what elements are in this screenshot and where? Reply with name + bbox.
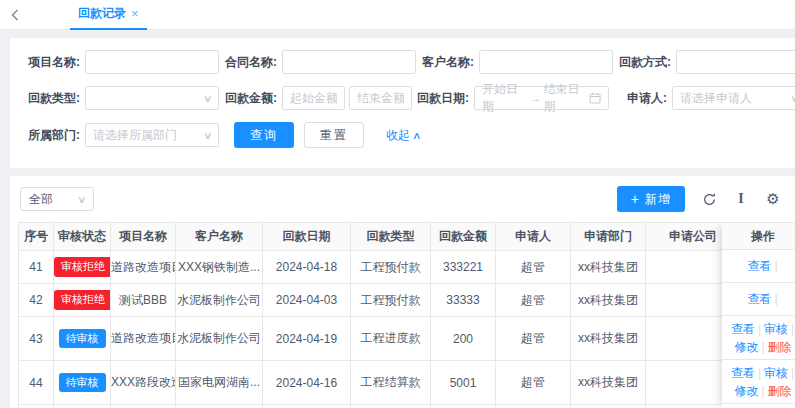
- cell-project: 道路改造项目x...: [111, 251, 176, 284]
- scope-filter-select[interactable]: 全部 ∨: [20, 187, 94, 211]
- chevron-down-icon: ∨: [77, 194, 87, 205]
- operation-cell: 查看|: [722, 250, 795, 283]
- contract-name-label: 合同名称:: [219, 54, 277, 71]
- department-select[interactable]: 请选择所属部门 ∨: [85, 123, 219, 147]
- amount-end-input[interactable]: [357, 91, 404, 105]
- header-status: 审核状态: [54, 223, 111, 251]
- tab-close-icon[interactable]: ×: [131, 6, 139, 21]
- payment-type-select[interactable]: ∨: [85, 86, 219, 110]
- cell-date: 2024-04-16: [263, 361, 351, 405]
- cell-applicant: 超管: [496, 317, 571, 361]
- data-table: 序号 审核状态 项目名称 客户名称 回款日期 回款类型 回款金额 申请人 申请部…: [18, 222, 795, 408]
- cell-customer: XXX钢铁制造...: [176, 251, 263, 284]
- payment-method-select[interactable]: ∨: [676, 50, 795, 74]
- cell-status: 审核拒绝: [54, 284, 111, 317]
- payment-type-label: 回款类型:: [22, 90, 80, 107]
- table-panel: 全部 ∨ + 新增 I ⚙ 序号 审核状态: [10, 176, 795, 408]
- cell-date: 2024-04-18: [263, 251, 351, 284]
- settings-gear-icon[interactable]: ⚙: [765, 191, 781, 207]
- table-row: 43 待审核 道路改造项目x... 水泥板制作公司 2024-04-19 工程进…: [19, 317, 741, 361]
- chevron-down-icon: ∨: [790, 93, 795, 104]
- add-button[interactable]: + 新增: [617, 186, 685, 212]
- cell-date: 2024-04-03: [263, 284, 351, 317]
- divider: |: [758, 320, 761, 338]
- cell-seq: 41: [19, 251, 54, 284]
- view-link[interactable]: 查看: [747, 290, 771, 308]
- table-row-partial: [19, 405, 741, 408]
- audit-link[interactable]: 审核: [764, 364, 788, 382]
- divider: |: [791, 320, 794, 338]
- calendar-icon: [589, 92, 601, 104]
- back-icon[interactable]: [0, 0, 30, 30]
- applicant-select[interactable]: 请选择申请人 ∨: [672, 86, 795, 110]
- collapse-label: 收起: [386, 127, 410, 144]
- header-project: 项目名称: [111, 223, 176, 251]
- edit-link[interactable]: 修改: [734, 382, 758, 400]
- contract-name-input[interactable]: [290, 55, 408, 69]
- tab-bar: 回款记录 ×: [0, 0, 795, 30]
- table-row: 42 审核拒绝 测试BBB 水泥板制作公司 2024-04-03 工程预付款 3…: [19, 284, 741, 317]
- cell-project: 道路改造项目x...: [111, 317, 176, 361]
- view-link[interactable]: 查看: [731, 364, 755, 382]
- header-dept: 申请部门: [571, 223, 646, 251]
- operation-cell: 查看|: [722, 283, 795, 316]
- header-operation: 操作: [722, 222, 795, 250]
- cell-seq: 44: [19, 361, 54, 405]
- audit-link[interactable]: 审核: [764, 320, 788, 338]
- amount-start-input[interactable]: [290, 91, 337, 105]
- divider: |: [791, 364, 794, 382]
- header-customer: 客户名称: [176, 223, 263, 251]
- filter-panel: 项目名称: 合同名称: 客户名称: 回款方式: ∨ 回款类型: ∨ 回款金额:: [10, 38, 795, 168]
- divider: |: [761, 382, 764, 400]
- tab-payment-records[interactable]: 回款记录 ×: [70, 0, 147, 30]
- status-badge: 待审核: [59, 329, 106, 348]
- add-button-label: 新增: [645, 191, 671, 208]
- header-type: 回款类型: [351, 223, 431, 251]
- operation-cell: 查看| 审核| 修改| 删除: [722, 360, 795, 404]
- payment-amount-label: 回款金额:: [219, 90, 277, 107]
- edit-link[interactable]: 修改: [734, 338, 758, 356]
- cell-amount: 5001: [431, 361, 496, 405]
- cell-customer: 国家电网湖南...: [176, 361, 263, 405]
- reset-button[interactable]: 重置: [304, 122, 364, 148]
- customer-name-input[interactable]: [487, 55, 605, 69]
- cell-dept: xx科技集团: [571, 361, 646, 405]
- operation-cell: 查看| 审核| 修改| 删除: [722, 316, 795, 360]
- cell-dept: xx科技集团: [571, 317, 646, 361]
- delete-link[interactable]: 删除: [768, 382, 792, 400]
- view-link[interactable]: 查看: [747, 257, 771, 275]
- cell-amount: 200: [431, 317, 496, 361]
- plus-icon: +: [631, 191, 640, 207]
- chevron-up-icon: ∧: [412, 130, 422, 141]
- cell-applicant: 超管: [496, 361, 571, 405]
- cell-amount: 33333: [431, 284, 496, 317]
- delete-link[interactable]: 删除: [768, 338, 792, 356]
- department-label: 所属部门:: [22, 127, 80, 144]
- refresh-icon[interactable]: [701, 191, 717, 207]
- applicant-label: 申请人:: [609, 90, 667, 107]
- divider: |: [774, 290, 777, 308]
- column-height-icon[interactable]: I: [733, 191, 749, 207]
- cell-seq: 42: [19, 284, 54, 317]
- tab-label: 回款记录: [78, 5, 126, 22]
- chevron-down-icon: ∨: [203, 93, 213, 104]
- table-header-row: 序号 审核状态 项目名称 客户名称 回款日期 回款类型 回款金额 申请人 申请部…: [19, 223, 741, 251]
- collapse-link[interactable]: 收起 ∧: [386, 127, 420, 144]
- payment-method-label: 回款方式:: [613, 54, 671, 71]
- cell-type: 工程结算款: [351, 361, 431, 405]
- date-end-placeholder: 结束日期: [544, 81, 589, 115]
- header-seq: 序号: [19, 223, 54, 251]
- search-button[interactable]: 查询: [234, 122, 294, 148]
- cell-type: 工程预付款: [351, 251, 431, 284]
- payment-date-label: 回款日期:: [412, 90, 469, 107]
- cell-applicant: 超管: [496, 284, 571, 317]
- applicant-placeholder: 请选择申请人: [680, 90, 752, 107]
- view-link[interactable]: 查看: [731, 320, 755, 338]
- arrow-right-icon: →: [530, 91, 542, 105]
- table-row: 44 待审核 XXX路段改造... 国家电网湖南... 2024-04-16 工…: [19, 361, 741, 405]
- payment-date-range-picker[interactable]: 开始日期 → 结束日期: [474, 86, 609, 110]
- cell-customer: 水泥板制作公司: [176, 317, 263, 361]
- project-name-input[interactable]: [93, 55, 211, 69]
- divider: |: [761, 338, 764, 356]
- department-placeholder: 请选择所属部门: [93, 127, 177, 144]
